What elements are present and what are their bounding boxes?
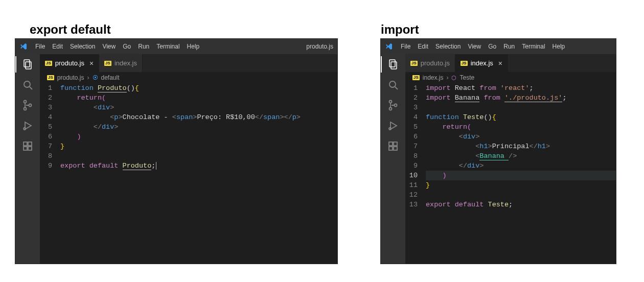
- code-editor[interactable]: 12345678910111213 import React from 'rea…: [405, 83, 616, 264]
- code-line[interactable]: <div>: [60, 103, 337, 112]
- tab-produto-js[interactable]: JSproduto.js×: [40, 54, 99, 72]
- line-number: 8: [40, 151, 52, 161]
- js-badge-icon: JS: [45, 61, 52, 66]
- code-line[interactable]: }: [426, 180, 616, 190]
- menu-selection[interactable]: Selection: [70, 43, 95, 50]
- code-line[interactable]: export default Produto;: [60, 161, 337, 171]
- menu-help[interactable]: Help: [187, 43, 200, 50]
- editor-tabs: JSproduto.jsJSindex.js×: [405, 54, 616, 72]
- code-line[interactable]: }: [60, 142, 337, 151]
- breadcrumb-symbol: Teste: [459, 74, 474, 81]
- titlebar-active-file: produto.js: [306, 43, 333, 50]
- svg-rect-0: [24, 60, 30, 67]
- menu-file[interactable]: File: [401, 43, 410, 50]
- code-line[interactable]: <div>: [426, 132, 616, 142]
- run-debug-icon[interactable]: [20, 119, 35, 133]
- breadcrumb[interactable]: JS produto.js › ⦿ default: [40, 72, 337, 83]
- code-line[interactable]: [426, 103, 616, 112]
- source-control-icon[interactable]: [386, 98, 400, 112]
- vscode-window-left: FileEditSelectionViewGoRunTerminalHelp p…: [15, 39, 337, 264]
- menu-file[interactable]: File: [35, 43, 45, 50]
- code-content[interactable]: function Produto(){ return( <div> <p>Cho…: [58, 83, 337, 264]
- svg-rect-13: [389, 60, 395, 67]
- menu-view[interactable]: View: [102, 43, 116, 50]
- close-icon[interactable]: ×: [498, 59, 502, 67]
- explorer-icon[interactable]: [386, 57, 400, 72]
- code-line[interactable]: function Produto(){: [60, 83, 337, 93]
- menu-go[interactable]: Go: [488, 43, 496, 50]
- run-debug-icon[interactable]: [386, 119, 400, 133]
- menu-terminal[interactable]: Terminal: [522, 43, 545, 50]
- explorer-icon[interactable]: [20, 57, 35, 72]
- code-line[interactable]: </div>: [60, 122, 337, 132]
- menu-run[interactable]: Run: [138, 43, 149, 50]
- code-line[interactable]: export default Teste;: [426, 200, 616, 209]
- line-number: 6: [405, 132, 418, 142]
- code-line[interactable]: <h1>Principal</h1>: [426, 142, 616, 151]
- titlebar: FileEditSelectionViewGoRunTerminalHelp: [381, 39, 616, 54]
- source-control-icon[interactable]: [20, 98, 35, 112]
- line-number: 6: [40, 132, 52, 142]
- extensions-icon[interactable]: [386, 139, 400, 153]
- menu-edit[interactable]: Edit: [52, 43, 63, 50]
- line-number: 2: [40, 93, 52, 103]
- line-gutter: 12345678910111213: [405, 83, 424, 264]
- svg-rect-23: [389, 147, 393, 150]
- js-badge-icon: JS: [410, 61, 418, 66]
- code-line[interactable]: ): [60, 132, 337, 142]
- tab-produto-js[interactable]: JSproduto.js: [405, 54, 455, 72]
- symbol-icon: ⦿: [93, 75, 98, 81]
- code-editor[interactable]: 123456789 function Produto(){ return( <d…: [40, 83, 337, 264]
- tab-label: index.js: [114, 59, 137, 67]
- line-number: 12: [405, 190, 418, 200]
- tab-index-js[interactable]: JSindex.js: [99, 54, 143, 72]
- svg-point-5: [24, 108, 27, 110]
- code-line[interactable]: ): [426, 171, 616, 180]
- svg-rect-10: [24, 147, 27, 150]
- menu-go[interactable]: Go: [123, 43, 131, 50]
- menu-help[interactable]: Help: [553, 43, 565, 50]
- code-line[interactable]: [426, 190, 616, 200]
- svg-rect-24: [394, 147, 397, 150]
- svg-point-2: [24, 81, 30, 87]
- menu-view[interactable]: View: [468, 43, 481, 50]
- titlebar: FileEditSelectionViewGoRunTerminalHelp p…: [15, 39, 337, 54]
- svg-line-3: [30, 87, 32, 89]
- breadcrumb-file: index.js: [423, 74, 444, 81]
- search-icon[interactable]: [386, 78, 400, 92]
- menu-terminal[interactable]: Terminal: [156, 43, 179, 50]
- line-number: 9: [40, 161, 52, 171]
- svg-rect-11: [28, 147, 32, 150]
- svg-rect-14: [391, 62, 397, 69]
- code-line[interactable]: import React from 'react';: [426, 83, 616, 93]
- text-cursor: [156, 162, 156, 170]
- code-line[interactable]: return(: [60, 93, 337, 103]
- js-badge-icon: JS: [412, 75, 420, 80]
- tab-label: produto.js: [55, 59, 84, 67]
- code-line[interactable]: [60, 151, 337, 161]
- line-number: 5: [405, 122, 418, 132]
- menu-edit[interactable]: Edit: [418, 43, 428, 50]
- symbol-icon: ⬡: [451, 75, 456, 81]
- code-line[interactable]: import Banana from './produto.js';: [426, 93, 616, 103]
- breadcrumb[interactable]: JS index.js › ⬡ Teste: [405, 72, 616, 83]
- line-number: 1: [40, 83, 52, 93]
- code-line[interactable]: <Banana />: [426, 151, 616, 161]
- code-line[interactable]: return(: [426, 122, 616, 132]
- svg-point-18: [389, 108, 392, 110]
- line-number: 3: [40, 103, 52, 112]
- search-icon[interactable]: [20, 78, 35, 92]
- vscode-window-right: FileEditSelectionViewGoRunTerminalHelp J…: [381, 39, 616, 264]
- extensions-icon[interactable]: [20, 139, 35, 153]
- menu-run[interactable]: Run: [503, 43, 515, 50]
- code-line[interactable]: </div>: [426, 161, 616, 171]
- code-content[interactable]: import React from 'react';import Banana …: [424, 83, 616, 264]
- js-badge-icon: JS: [47, 75, 54, 80]
- code-line[interactable]: <p>Chocolate - <span>Preço: R$10,00</spa…: [60, 112, 337, 122]
- close-icon[interactable]: ×: [89, 59, 94, 67]
- svg-rect-25: [394, 142, 397, 146]
- code-line[interactable]: function Teste(){: [426, 112, 616, 122]
- menu-selection[interactable]: Selection: [435, 43, 461, 50]
- svg-marker-20: [390, 122, 397, 129]
- tab-index-js[interactable]: JSindex.js×: [455, 54, 508, 72]
